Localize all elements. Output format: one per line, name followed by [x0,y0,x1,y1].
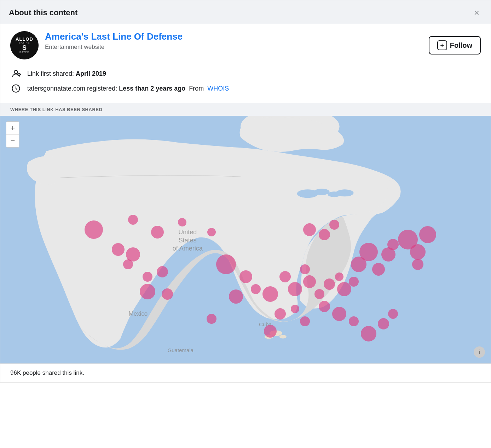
close-button[interactable]: × [471,7,482,19]
info-button[interactable]: i [474,346,485,358]
map-dot [349,316,359,326]
map-dot [262,286,278,302]
map-dot [239,270,252,283]
svg-point-0 [14,70,17,74]
domain-item: tatersgonnatate.com registered: Less tha… [10,83,481,94]
map-dot [126,247,140,262]
map-dot [332,307,346,321]
svg-text:States: States [179,237,197,244]
map-dot [207,228,216,236]
map-dot [319,229,330,240]
map-dot [314,289,324,299]
map-dot [300,264,310,274]
map-dot [112,243,125,256]
map-dot [324,278,335,290]
svg-point-7 [279,335,287,339]
svg-point-9 [314,189,330,195]
map-dot [291,305,299,313]
map-dot [319,301,330,312]
map-dot [419,226,436,243]
map-dot [372,263,385,276]
map-dot [151,226,164,239]
map-dot [349,277,359,287]
plus-icon: + [437,40,447,50]
map-dot [303,223,316,236]
map-dot [143,272,152,282]
map-dot [140,284,155,299]
zoom-out-button[interactable]: − [6,134,19,147]
svg-text:United: United [178,229,197,236]
map-dot [288,282,302,296]
page-info-section: ALLOD SATIRE S RATED America's Last Line… [0,24,491,64]
map-dot [251,284,261,294]
modal-header: About this content × [0,0,491,24]
map-dot [303,275,316,288]
map-dot [229,289,243,304]
map-dot [216,254,236,274]
svg-text:Mexico: Mexico [129,310,148,317]
map-dot [335,272,343,281]
map-dot [388,309,398,319]
map-dot [275,308,286,320]
zoom-in-button[interactable]: + [6,122,19,134]
map-container: United States of America Mexico Cuba Gua… [0,116,491,363]
link-shared-text: Link first shared: April 2019 [27,70,106,77]
whois-link[interactable]: WHOIS [207,85,229,92]
map-dot [300,316,310,326]
map-dot [410,244,426,260]
share-icon [10,68,22,79]
map-dot [162,288,173,300]
svg-text:of America: of America [173,245,203,252]
zoom-controls: + − [6,121,19,148]
map-dot [279,271,291,282]
map-dot [85,220,103,239]
avatar: ALLOD SATIRE S RATED [10,31,39,59]
map-dot [387,239,399,250]
map-dot [157,266,168,277]
domain-text: tatersgonnatate.com registered: Less tha… [27,85,229,92]
about-content-modal: About this content × ALLOD SATIRE S RATE… [0,0,491,383]
map-dot [359,243,378,261]
map-dot [329,220,339,230]
map-dot [207,314,216,324]
share-count: 96K people shared this link. [0,363,491,382]
svg-text:Guatemala: Guatemala [168,347,194,353]
map-dot [128,215,138,225]
map-section-label: WHERE THIS LINK HAS BEEN SHARED [0,103,491,116]
modal-title: About this content [9,8,77,17]
meta-section: Link first shared: April 2019 tatersgonn… [0,64,491,103]
map-dot [361,326,376,341]
map-dot [178,218,186,226]
clock-icon [10,83,22,94]
follow-button[interactable]: + Follow [429,36,481,54]
page-category: Entertainment website [45,44,422,51]
map-dot [378,318,389,329]
map-dot [264,325,277,338]
map-dot [412,259,423,270]
page-name: America's Last Line Of Defense [45,31,422,42]
map-dot [337,282,351,296]
page-details: America's Last Line Of Defense Entertain… [45,31,422,51]
svg-point-11 [336,189,354,196]
link-shared-item: Link first shared: April 2019 [10,68,481,79]
